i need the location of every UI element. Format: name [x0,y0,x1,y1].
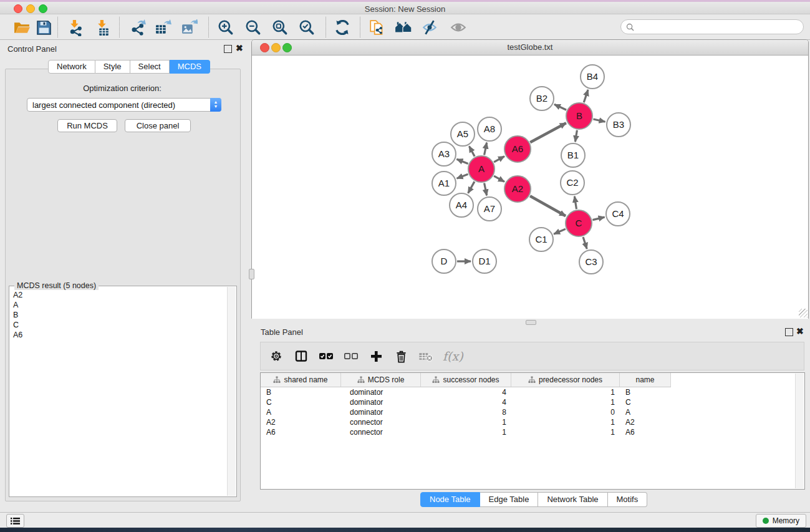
tab-mcds[interactable]: MCDS [170,60,210,74]
control-panel-float-icon[interactable] [224,45,232,53]
run-mcds-button[interactable]: Run MCDS [57,119,117,132]
apply-function-icon[interactable]: f(x) [443,349,463,363]
table-panel-close-icon[interactable]: ✖ [796,328,804,335]
dropdown-stepper-icon[interactable]: ▲▼ [210,98,221,112]
column-header-shared-name[interactable]: shared name [261,373,341,387]
search-field[interactable] [620,19,804,34]
deselect-all-icon[interactable] [343,348,359,364]
refresh-icon[interactable] [333,18,352,37]
import-table-icon[interactable] [94,18,112,37]
mcds-result-item[interactable]: A6 [10,330,226,340]
cell-shared-name[interactable]: A6 [261,428,341,437]
cell-shared-name[interactable]: A2 [261,418,341,427]
memory-button[interactable]: Memory [756,514,806,528]
mcds-result-item[interactable]: A2 [10,290,226,300]
show-columns-icon[interactable] [293,348,309,364]
table-row[interactable]: Adominator80A [261,407,804,417]
cell-successor-nodes[interactable]: 8 [421,408,511,417]
cell-name[interactable]: B [620,388,671,397]
open-file-icon[interactable] [12,18,31,37]
graph-edge-B-B4[interactable] [584,90,588,102]
duplicate-network-icon[interactable] [368,18,387,37]
cell-MCDS-role[interactable]: dominator [341,398,421,407]
graph-edge-C-C3[interactable] [583,237,587,249]
graph-edge-A-A8[interactable] [485,143,487,155]
graph-edge-B-B1[interactable] [575,130,577,142]
optimization-dropdown[interactable]: largest connected component (directed) ▲… [27,98,221,112]
mcds-result-item[interactable]: C [10,320,226,330]
cell-name[interactable]: C [620,398,671,407]
graph-edge-A2-C[interactable] [530,196,566,216]
table-row[interactable]: A2connector11A2 [261,417,804,427]
export-image-icon[interactable] [180,18,198,37]
mcds-result-item[interactable]: A [10,300,226,310]
delete-column-trash-icon[interactable] [393,348,409,364]
export-table-icon[interactable] [153,18,172,37]
tab-node-table[interactable]: Node Table [420,492,480,507]
cell-MCDS-role[interactable]: connector [341,418,421,427]
graph-edge-A6-B[interactable] [530,123,566,142]
splitter-grip-horizontal[interactable] [526,320,536,325]
cell-successor-nodes[interactable]: 4 [421,388,511,397]
cell-name[interactable]: A2 [620,418,671,427]
cell-predecessor-nodes[interactable]: 0 [511,408,620,417]
graph-edge-A-A7[interactable] [485,183,487,196]
network-window-titlebar[interactable]: testGlobe.txt [252,40,808,56]
close-panel-button[interactable]: Close panel [125,119,191,132]
cell-MCDS-role[interactable]: connector [341,428,421,437]
column-header-MCDS-role[interactable]: MCDS role [341,373,421,387]
cell-successor-nodes[interactable]: 4 [421,398,511,407]
cell-shared-name[interactable]: B [261,388,341,397]
cell-name[interactable]: A6 [620,428,671,437]
graph-edge-A-A1[interactable] [457,174,468,178]
cell-predecessor-nodes[interactable]: 1 [511,388,620,397]
hide-details-icon[interactable] [420,18,439,37]
graph-edge-A-A5[interactable] [469,146,475,156]
zoom-selected-icon[interactable] [297,18,316,37]
graph-edge-A-A3[interactable] [456,159,468,163]
cell-shared-name[interactable]: A [261,408,341,417]
window-titlebar[interactable]: Session: New Session [0,2,810,14]
table-row[interactable]: Cdominator41C [261,397,804,407]
zoom-out-icon[interactable] [244,18,263,37]
cell-successor-nodes[interactable]: 1 [421,428,511,437]
tab-select[interactable]: Select [130,60,170,74]
network-graph[interactable]: AA1A2A3A4A5A6A7A8BB1B2B3B4CC1C2C3C4DD1 [252,56,808,319]
graph-edge-A-A4[interactable] [468,181,475,193]
task-history-button[interactable] [6,514,24,528]
cell-predecessor-nodes[interactable]: 1 [511,428,620,437]
import-network-icon[interactable] [66,18,85,37]
graph-edge-C-C2[interactable] [574,196,576,210]
add-column-icon[interactable] [368,348,384,364]
cell-MCDS-role[interactable]: dominator [341,408,421,417]
home-icon[interactable] [394,18,413,37]
tab-network-table[interactable]: Network Table [538,492,607,507]
cell-name[interactable]: A [620,408,671,417]
save-session-icon[interactable] [34,18,53,37]
table-scrollbar[interactable] [795,374,804,488]
settings-gear-icon[interactable] [268,348,284,364]
splitter-grip-vertical[interactable] [249,269,254,279]
eye-icon[interactable] [449,18,468,37]
mcds-result-item[interactable]: B [10,310,226,320]
search-input[interactable] [634,22,803,32]
graph-edge-C-C1[interactable] [554,229,566,234]
window-resize-grip[interactable] [799,309,808,317]
cell-shared-name[interactable]: C [261,398,341,407]
table-row[interactable]: Bdominator41B [261,387,804,397]
column-header-successor-nodes[interactable]: successor nodes [421,373,511,387]
cell-MCDS-role[interactable]: dominator [341,388,421,397]
mcds-result-scrollbar[interactable] [227,287,236,496]
delete-table-icon[interactable] [418,348,434,364]
control-panel-close-icon[interactable]: ✖ [236,45,243,52]
tab-edge-table[interactable]: Edge Table [480,492,539,507]
graph-edge-C-C4[interactable] [592,217,604,220]
graph-edge-A-A2[interactable] [494,176,504,181]
graph-edge-B-B3[interactable] [593,119,605,122]
graph-edge-B-B2[interactable] [554,104,566,110]
graph-edge-A-A6[interactable] [494,157,504,162]
table-row[interactable]: A6connector11A6 [261,427,804,437]
cell-predecessor-nodes[interactable]: 1 [511,398,620,407]
cell-predecessor-nodes[interactable]: 1 [511,418,620,427]
column-header-predecessor-nodes[interactable]: predecessor nodes [511,373,620,387]
